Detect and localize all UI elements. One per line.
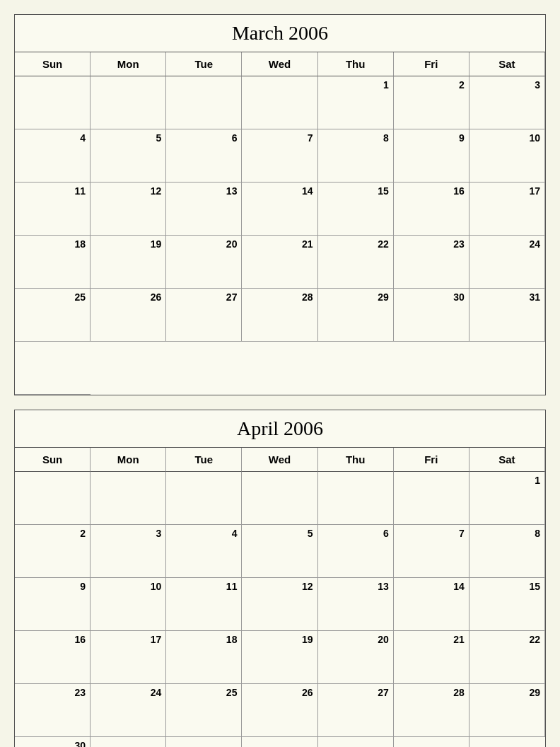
day-cell: 4 <box>166 525 242 578</box>
day-cell <box>469 737 545 747</box>
day-cell: 12 <box>91 183 166 236</box>
day-cell: 13 <box>318 578 394 631</box>
day-cell: 30 <box>15 737 91 747</box>
april-2006-grid: SunMonTueWedThuFriSat1234567891011121314… <box>15 448 545 747</box>
header-fri: Fri <box>394 52 469 76</box>
day-cell: 15 <box>469 578 545 631</box>
day-cell: 24 <box>91 684 166 737</box>
header-sat: Sat <box>469 448 545 472</box>
header-mon: Mon <box>91 52 166 76</box>
calendar-april-2006: April 2006SunMonTueWedThuFriSat123456789… <box>14 410 546 747</box>
day-cell: 25 <box>15 289 91 342</box>
day-cell: 24 <box>469 236 545 289</box>
day-cell: 8 <box>318 129 394 183</box>
header-tue: Tue <box>166 52 242 76</box>
calendar-container: March 2006SunMonTueWedThuFriSat123456789… <box>14 14 546 747</box>
day-cell <box>91 472 166 525</box>
day-cell <box>91 737 166 747</box>
calendar-march-2006: March 2006SunMonTueWedThuFriSat123456789… <box>14 14 546 395</box>
day-cell: 16 <box>394 183 469 236</box>
day-cell: 28 <box>394 684 469 737</box>
day-cell: 10 <box>91 578 166 631</box>
day-cell: 22 <box>318 236 394 289</box>
day-cell: 16 <box>15 631 91 684</box>
day-cell: 29 <box>318 289 394 342</box>
header-sat: Sat <box>469 52 545 76</box>
day-cell <box>91 76 166 129</box>
header-wed: Wed <box>242 448 317 472</box>
day-cell <box>15 342 91 395</box>
day-cell: 23 <box>15 684 91 737</box>
day-cell: 19 <box>91 236 166 289</box>
day-cell: 8 <box>469 525 545 578</box>
day-cell: 26 <box>242 684 317 737</box>
day-cell <box>242 737 317 747</box>
day-cell: 27 <box>166 289 242 342</box>
day-cell: 6 <box>318 525 394 578</box>
day-cell: 5 <box>242 525 317 578</box>
day-cell: 9 <box>15 578 91 631</box>
day-cell: 4 <box>15 129 91 183</box>
day-cell: 28 <box>242 289 317 342</box>
day-cell: 17 <box>91 631 166 684</box>
header-wed: Wed <box>242 52 317 76</box>
header-thu: Thu <box>318 448 394 472</box>
day-cell: 22 <box>469 631 545 684</box>
day-cell <box>318 737 394 747</box>
day-cell: 11 <box>15 183 91 236</box>
day-cell: 3 <box>469 76 545 129</box>
day-cell: 2 <box>394 76 469 129</box>
day-cell: 13 <box>166 183 242 236</box>
day-cell: 17 <box>469 183 545 236</box>
april-2006-title: April 2006 <box>15 410 545 448</box>
header-sun: Sun <box>15 448 91 472</box>
header-thu: Thu <box>318 52 394 76</box>
day-cell: 6 <box>166 129 242 183</box>
day-cell <box>242 76 317 129</box>
day-cell: 11 <box>166 578 242 631</box>
day-cell: 30 <box>394 289 469 342</box>
day-cell: 9 <box>394 129 469 183</box>
day-cell: 27 <box>318 684 394 737</box>
day-cell <box>166 737 242 747</box>
day-cell <box>15 472 91 525</box>
day-cell: 14 <box>394 578 469 631</box>
day-cell: 19 <box>242 631 317 684</box>
day-cell: 26 <box>91 289 166 342</box>
march-2006-title: March 2006 <box>15 15 545 52</box>
day-cell: 14 <box>242 183 317 236</box>
day-cell <box>394 737 469 747</box>
march-2006-grid: SunMonTueWedThuFriSat1234567891011121314… <box>15 52 545 395</box>
day-cell <box>166 472 242 525</box>
header-fri: Fri <box>394 448 469 472</box>
day-cell <box>15 76 91 129</box>
header-sun: Sun <box>15 52 91 76</box>
day-cell: 7 <box>394 525 469 578</box>
day-cell: 29 <box>469 684 545 737</box>
day-cell <box>166 76 242 129</box>
day-cell <box>318 472 394 525</box>
day-cell: 23 <box>394 236 469 289</box>
day-cell: 20 <box>166 236 242 289</box>
day-cell: 5 <box>91 129 166 183</box>
day-cell: 25 <box>166 684 242 737</box>
day-cell: 10 <box>469 129 545 183</box>
day-cell: 3 <box>91 525 166 578</box>
day-cell <box>394 472 469 525</box>
day-cell: 2 <box>15 525 91 578</box>
day-cell <box>242 472 317 525</box>
day-cell: 12 <box>242 578 317 631</box>
day-cell: 31 <box>469 289 545 342</box>
day-cell: 21 <box>394 631 469 684</box>
day-cell: 18 <box>15 236 91 289</box>
day-cell: 1 <box>318 76 394 129</box>
day-cell: 7 <box>242 129 317 183</box>
day-cell: 15 <box>318 183 394 236</box>
day-cell: 20 <box>318 631 394 684</box>
header-mon: Mon <box>91 448 166 472</box>
header-tue: Tue <box>166 448 242 472</box>
day-cell: 21 <box>242 236 317 289</box>
day-cell: 1 <box>469 472 545 525</box>
day-cell: 18 <box>166 631 242 684</box>
